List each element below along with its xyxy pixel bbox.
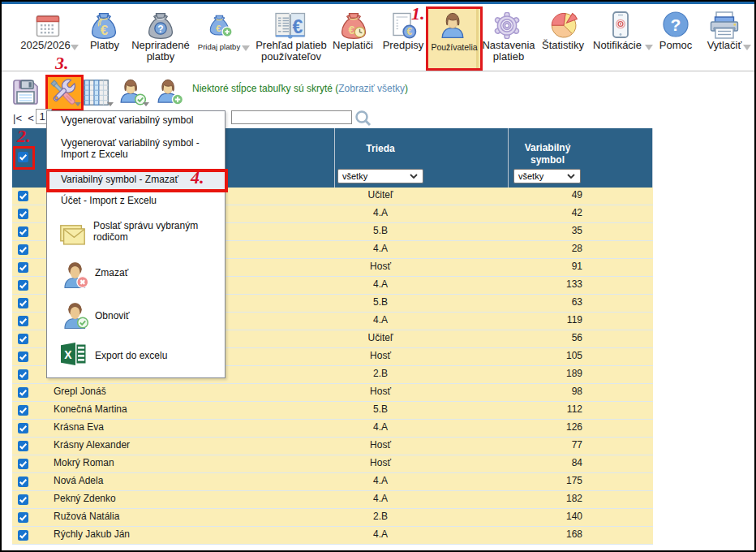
svg-text:€: €: [101, 23, 109, 38]
svg-text:€: €: [216, 24, 221, 33]
svg-text:€: €: [349, 24, 355, 37]
svg-text:X: X: [64, 348, 72, 361]
svg-text:€: €: [406, 26, 412, 37]
svg-text:?: ?: [157, 24, 163, 35]
svg-text:€: €: [293, 16, 303, 37]
svg-text:?: ?: [671, 15, 681, 34]
